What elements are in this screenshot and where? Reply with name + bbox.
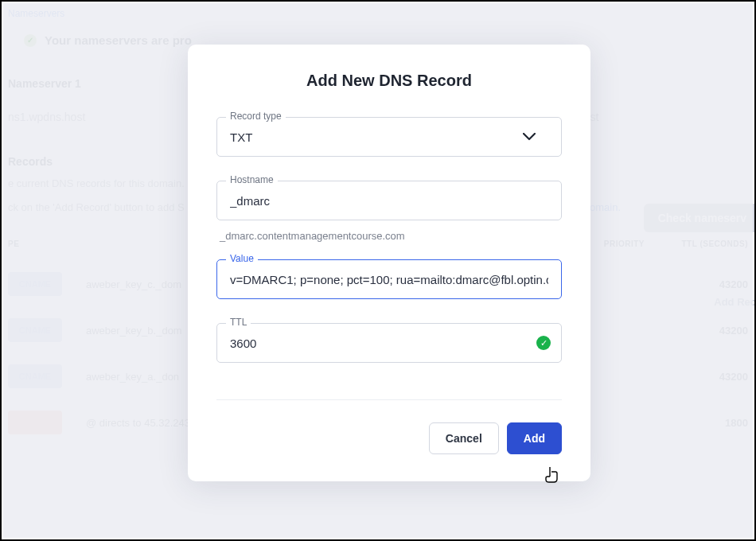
record-type-label: Record type bbox=[226, 111, 286, 122]
add-dns-record-dialog: Add New DNS Record Record type TXT Hostn… bbox=[188, 45, 590, 481]
hostname-field: Hostname bbox=[216, 181, 562, 220]
hostname-label: Hostname bbox=[226, 174, 278, 185]
value-input[interactable] bbox=[216, 259, 562, 299]
ttl-field: TTL ✓ bbox=[216, 323, 562, 363]
hostname-hint: _dmarc.contentmanagementcourse.com bbox=[220, 230, 562, 242]
record-type-field: Record type TXT bbox=[216, 117, 562, 157]
valid-check-icon: ✓ bbox=[536, 336, 551, 350]
chevron-down-icon bbox=[523, 130, 536, 143]
record-type-select[interactable]: TXT bbox=[216, 117, 562, 157]
value-label: Value bbox=[226, 253, 258, 264]
cancel-button[interactable]: Cancel bbox=[429, 422, 499, 454]
dialog-title: Add New DNS Record bbox=[216, 72, 562, 90]
record-type-value: TXT bbox=[230, 130, 252, 144]
hostname-input[interactable] bbox=[216, 181, 562, 220]
value-field: Value bbox=[216, 259, 562, 299]
add-button[interactable]: Add bbox=[507, 422, 562, 454]
cursor-icon bbox=[544, 465, 560, 487]
ttl-input[interactable] bbox=[216, 323, 562, 363]
dialog-actions: Cancel Add bbox=[216, 399, 562, 454]
ttl-label: TTL bbox=[226, 317, 251, 328]
